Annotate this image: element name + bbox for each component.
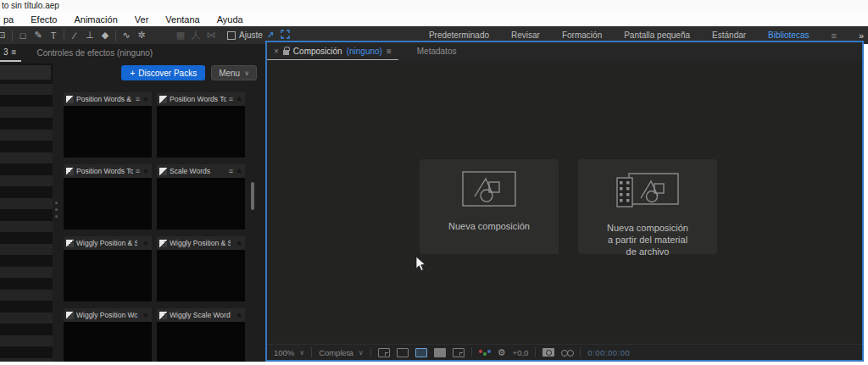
workspace-tab-bibliotecas[interactable]: Bibliotecas [768,30,809,40]
exposure-value[interactable]: +0,0 [513,348,529,357]
region-of-interest-icon[interactable] [415,348,427,357]
preset-card: Wiggly Position & Sca ★ [157,236,245,301]
preset-name: Wiggly Scale Words F [170,311,231,319]
preset-menu-icon[interactable]: ≡ [229,95,233,103]
region-select-tool-icon[interactable]: ⊡ [0,30,9,41]
preset-preview[interactable] [64,322,152,362]
menu-item-capa[interactable]: pa [3,14,14,25]
preset-preview[interactable] [157,322,245,362]
tab-effect-controls[interactable]: Controles de efectos (ninguno) [36,48,153,58]
preset-card: Position Words To ≡ ★ [157,92,245,158]
menu-item-efecto[interactable]: Efecto [31,14,57,25]
toolbar-divider [12,30,13,41]
show-snapshot-icon[interactable] [561,348,573,357]
preset-menu-icon[interactable]: ≡ [136,95,140,103]
menu-item-ventana[interactable]: Ventana [165,14,199,25]
rectangle-tool-icon[interactable]: □ [15,30,31,41]
close-icon[interactable]: × [274,47,279,56]
discover-packs-button[interactable]: + Discover Packs [121,65,205,80]
eraser-tool-icon[interactable]: ◆ [97,30,113,41]
clone-stamp-tool-icon[interactable]: ⊥ [82,30,97,41]
mouse-cursor [415,256,426,275]
snap-arrow-icon[interactable]: ↗ [263,30,278,41]
preset-menu-icon[interactable]: ≡ [229,167,233,175]
preset-preview[interactable] [157,250,245,301]
preset-label-bar[interactable]: Position Words To ≡ ★ [64,164,152,178]
preset-favorite-star-icon[interactable]: ★ [236,239,242,247]
snapshot-camera-icon[interactable] [542,348,554,357]
roto-brush-tool-icon[interactable]: ∿ [119,30,134,41]
preset-favorite-star-icon[interactable]: ★ [142,167,149,175]
menu-item-ayuda[interactable]: Ayuda [217,14,243,25]
new-composition-button[interactable]: Nueva composición [420,159,559,254]
shape-fill-tool-icon: ▦ [173,30,188,41]
panel-grip-dots[interactable] [55,202,58,218]
brush-tool-icon[interactable]: ∕ [67,30,82,41]
chevron-down-icon: ∨ [299,349,304,357]
preset-label-bar[interactable]: Wiggly Position & Sca ★ [64,236,152,250]
preset-menu-icon[interactable]: ≡ [136,167,140,175]
preset-preview[interactable] [64,106,152,158]
tab-menu-icon[interactable]: ≡ [12,47,17,57]
zoom-level-dropdown[interactable]: 100% ∨ [274,348,304,357]
current-time-indicator[interactable]: 0:00:00:00 [587,348,630,357]
transparency-grid-icon[interactable] [434,348,446,357]
workspace-tab-pantalla-pequena[interactable]: Pantalla pequeña [624,30,690,40]
preset-thumbnail-icon [66,312,74,319]
workspace-tab-revisar[interactable]: Revisar [511,30,540,40]
tab-metadatos[interactable]: Metadatos [417,47,457,56]
workspace-tab-predeterminado[interactable]: Predeterminado [429,30,489,40]
workspace-tab-formacion[interactable]: Formación [562,30,602,40]
pixel-aspect-correction-icon[interactable] [453,348,465,357]
preset-preview[interactable] [64,250,152,301]
preset-label-bar[interactable]: Wiggly Scale Words F ★ [157,308,245,322]
preset-preview[interactable] [157,106,245,158]
tab-composition[interactable]: × Composición (ninguno) ≡ [267,42,398,60]
tab-menu-icon[interactable]: ≡ [387,47,392,56]
tab-animation-composer[interactable]: 3 ≡ [0,44,21,62]
workspace-menu-icon[interactable]: ≡ [831,30,836,41]
preset-label-bar[interactable]: Wiggly Position Wor ★ [64,308,152,322]
chevron-down-icon: ∨ [359,349,364,357]
composition-status-bar: 100% ∨ Completa ∨ ⚙ +0,0 0:00:00:00 [267,344,862,360]
menu-dropdown-label: Menu [219,69,240,78]
workspace-overflow-icon[interactable]: » [859,30,863,41]
preset-favorite-star-icon[interactable]: ★ [142,95,149,103]
preset-card: Wiggly Position & Sca ★ [64,236,152,301]
presets-menu-dropdown[interactable]: Menu ∨ [211,65,257,80]
preset-name: Position Words To [170,95,226,103]
lock-icon[interactable] [283,50,289,55]
preset-label-bar[interactable]: Scale Words ≡ ★ [157,164,245,178]
preset-label-bar[interactable]: Wiggly Position & Sca ★ [157,236,245,250]
new-composition-from-footage-button[interactable]: Nueva composición a partir del material … [578,159,717,254]
preset-preview[interactable] [157,178,245,230]
workspace-tab-estandar[interactable]: Estándar [712,30,746,40]
preset-card: Position Words & ≡ ★ [64,92,152,158]
puppet-pin-tool-icon[interactable]: ✲ [134,30,149,41]
preset-preview[interactable] [64,178,152,230]
mask-visibility-icon[interactable] [397,348,409,357]
snap-checkbox[interactable] [227,31,236,40]
preset-thumbnail-icon [66,96,74,103]
exposure-reset-icon[interactable]: ⚙ [498,347,506,358]
composition-tab-suffix: (ninguno) [347,47,382,56]
preset-favorite-star-icon[interactable]: ★ [142,239,149,247]
show-channel-icon[interactable] [479,350,491,356]
preset-favorite-star-icon[interactable]: ★ [236,95,242,103]
preset-label-bar[interactable]: Position Words To ≡ ★ [157,92,245,106]
chevron-down-icon: ∨ [244,69,249,77]
pen-tool-icon[interactable]: ✎ [31,30,46,41]
fullscreen-corners-icon[interactable] [278,30,293,41]
type-tool-icon[interactable]: T [46,30,61,41]
preset-favorite-star-icon[interactable]: ★ [236,167,242,175]
preset-name: Wiggly Position & Sca [76,239,137,247]
presets-scrollbar-thumb[interactable] [251,182,254,210]
preset-label-bar[interactable]: Position Words & ≡ ★ [64,92,152,106]
grid-guides-options-icon[interactable] [378,348,390,357]
menu-item-ver[interactable]: Ver [135,14,149,25]
menu-item-animacion[interactable]: Animación [74,14,117,25]
menu-bar: pa Efecto Animación Ver Ventana Ayuda [0,12,868,26]
resolution-dropdown[interactable]: Completa ∨ [319,348,364,357]
preset-favorite-star-icon[interactable]: ★ [236,311,242,319]
preset-favorite-star-icon[interactable]: ★ [142,311,149,319]
